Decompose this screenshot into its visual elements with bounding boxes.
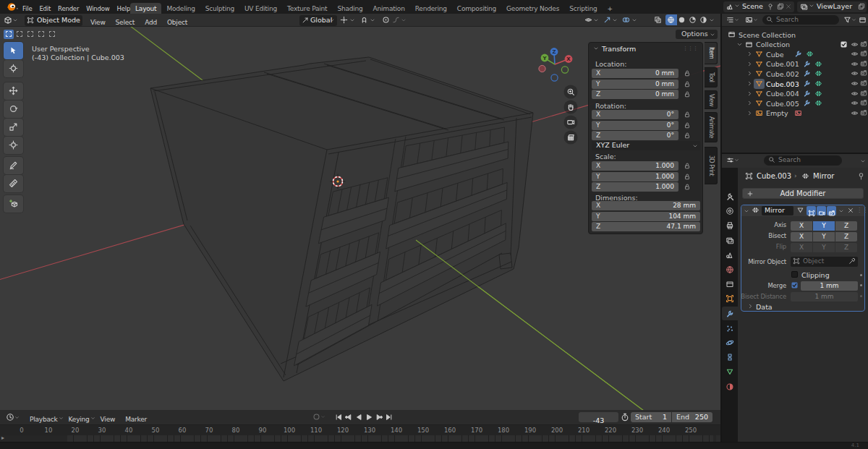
show-in-editmode-toggle[interactable] — [807, 206, 816, 215]
timeline-ruler[interactable]: 0102030405060708090100110120130140150160… — [0, 425, 720, 435]
properties-tab-material[interactable] — [726, 382, 734, 391]
lock-icon[interactable] — [684, 90, 691, 98]
jump-to-start-button[interactable] — [334, 411, 344, 423]
tool-transform[interactable] — [4, 137, 23, 154]
xray-toggle[interactable] — [654, 16, 662, 24]
outliner-item-cube-005[interactable]: Cube.005 — [722, 98, 868, 108]
select-mode-3[interactable] — [36, 30, 46, 39]
disable-render-toggle[interactable] — [860, 109, 867, 116]
lock-icon[interactable] — [684, 69, 691, 77]
rotation-x-field[interactable]: X0° — [592, 110, 678, 119]
properties-tab-particles[interactable] — [726, 324, 734, 333]
disable-render-toggle[interactable] — [860, 80, 867, 87]
breadcrumb-modifier[interactable]: Mirror — [813, 172, 834, 180]
select-mode-1[interactable] — [14, 30, 25, 39]
modifier-data-section[interactable]: Data — [756, 303, 773, 311]
close-icon[interactable] — [847, 207, 854, 214]
tool-cursor[interactable] — [4, 60, 23, 77]
disable-render-toggle[interactable] — [860, 50, 867, 57]
lock-icon[interactable] — [684, 111, 691, 118]
snap-settings-dropdown[interactable] — [370, 17, 375, 23]
play-reverse-button[interactable] — [354, 411, 364, 423]
prev-keyframe-button[interactable] — [344, 411, 354, 423]
eyedropper-icon[interactable] — [848, 257, 856, 265]
rotation-mode-dropdown[interactable]: XYZ Euler — [592, 141, 700, 150]
new-collection-button[interactable] — [859, 16, 867, 24]
frame-end-field[interactable]: End 250 — [672, 412, 712, 422]
transform-orientation-dropdown[interactable]: Global — [299, 15, 337, 26]
viewlayer-selector[interactable]: ViewLayer — [797, 1, 867, 12]
auto-keying-button[interactable] — [312, 413, 326, 421]
location-y-field[interactable]: Y0 mm — [592, 80, 678, 89]
snap-magnet-toggle[interactable] — [360, 16, 368, 24]
tool-scale[interactable] — [4, 119, 23, 136]
npanel-tab-animate[interactable]: Animate — [705, 112, 718, 142]
properties-tab-scene[interactable] — [726, 251, 734, 260]
object-types-chevron-icon[interactable] — [593, 17, 599, 23]
shading-solid-button[interactable] — [678, 16, 686, 24]
hide-eye-toggle[interactable] — [851, 99, 859, 107]
outliner-item-empty[interactable]: Empty — [722, 108, 868, 119]
properties-tab-tool[interactable] — [726, 192, 734, 201]
outliner-item-cube-003[interactable]: Cube.003 — [722, 79, 868, 89]
bisect-z-button[interactable]: Z — [835, 232, 857, 241]
select-mode-4[interactable] — [47, 30, 57, 39]
timeline-menu-marker[interactable]: Marker — [120, 413, 152, 426]
lock-icon[interactable] — [684, 183, 691, 190]
blender-logo-icon[interactable] — [6, 2, 19, 12]
frame-start-field[interactable]: Start 1 — [631, 412, 671, 422]
disable-render-toggle[interactable] — [860, 40, 867, 48]
properties-editor-type-icon[interactable] — [726, 156, 739, 164]
bisect-x-button[interactable]: X — [791, 232, 812, 241]
hide-eye-toggle[interactable] — [851, 50, 859, 58]
disable-render-toggle[interactable] — [860, 90, 867, 97]
dimensions-y-field[interactable]: Y104 mm — [592, 212, 700, 221]
disable-render-toggle[interactable] — [860, 69, 867, 77]
merge-threshold-field[interactable]: 1 mm — [801, 281, 858, 291]
tool-annotate[interactable] — [4, 157, 23, 174]
show-realtime-toggle[interactable] — [817, 206, 826, 215]
overlays-chevron-icon[interactable] — [631, 17, 637, 23]
mirror-object-field[interactable]: Object — [791, 257, 858, 267]
properties-tab-viewlayer[interactable] — [726, 236, 734, 245]
current-frame-field[interactable]: -43 — [579, 412, 618, 422]
npanel-tab-tool[interactable]: Tool — [705, 67, 718, 87]
lock-icon[interactable] — [684, 121, 691, 129]
proportional-falloff-dropdown[interactable] — [392, 16, 400, 24]
pivot-point-dropdown[interactable] — [340, 16, 348, 24]
rotation-z-field[interactable]: Z0° — [592, 131, 678, 140]
location-x-field[interactable]: X0 mm — [592, 69, 678, 78]
navigation-gizmo[interactable]: Z Y X — [539, 48, 572, 81]
overlays-toggle[interactable] — [622, 16, 630, 24]
hide-eye-toggle[interactable] — [851, 80, 859, 87]
expand-chevron-icon[interactable] — [744, 208, 749, 214]
bisect-y-button[interactable]: Y — [813, 232, 835, 241]
tool-add-cube[interactable] — [4, 195, 23, 213]
object-mode-dropdown[interactable]: Object Mode — [25, 15, 82, 26]
show-on-cage-toggle[interactable] — [796, 206, 804, 214]
outliner-item-cube[interactable]: Cube — [722, 49, 868, 59]
hide-eye-toggle[interactable] — [851, 109, 859, 117]
flip-x-button[interactable]: X — [791, 243, 812, 252]
outliner-item-scene collection[interactable]: Scene Collection — [722, 30, 868, 40]
disable-render-toggle[interactable] — [860, 99, 867, 106]
npanel-tab-item[interactable]: Item — [705, 42, 718, 64]
shading-wireframe-button[interactable] — [667, 16, 675, 24]
flip-y-button[interactable]: Y — [813, 243, 835, 252]
nav-orthogrid-button[interactable] — [566, 133, 575, 142]
hide-eye-toggle[interactable] — [851, 40, 859, 48]
properties-tab-collection[interactable] — [726, 280, 734, 288]
add-modifier-button[interactable]: Add Modifier — [742, 188, 864, 199]
gizmos-toggle[interactable] — [603, 16, 611, 24]
axis-y-button[interactable]: Y — [813, 221, 835, 231]
outliner-item-collection[interactable]: Collection — [722, 40, 868, 50]
proportional-editing-toggle[interactable] — [382, 16, 390, 24]
properties-tab-constraints[interactable] — [726, 353, 734, 362]
select-mode-0[interactable] — [4, 30, 14, 39]
tool-move[interactable] — [4, 82, 23, 100]
gizmos-chevron-icon[interactable] — [612, 17, 618, 23]
hide-eye-toggle[interactable] — [851, 69, 859, 77]
outliner-display-mode-dropdown[interactable] — [726, 16, 739, 24]
clipping-checkbox[interactable] — [791, 270, 799, 278]
tool-select-box[interactable] — [4, 42, 23, 59]
